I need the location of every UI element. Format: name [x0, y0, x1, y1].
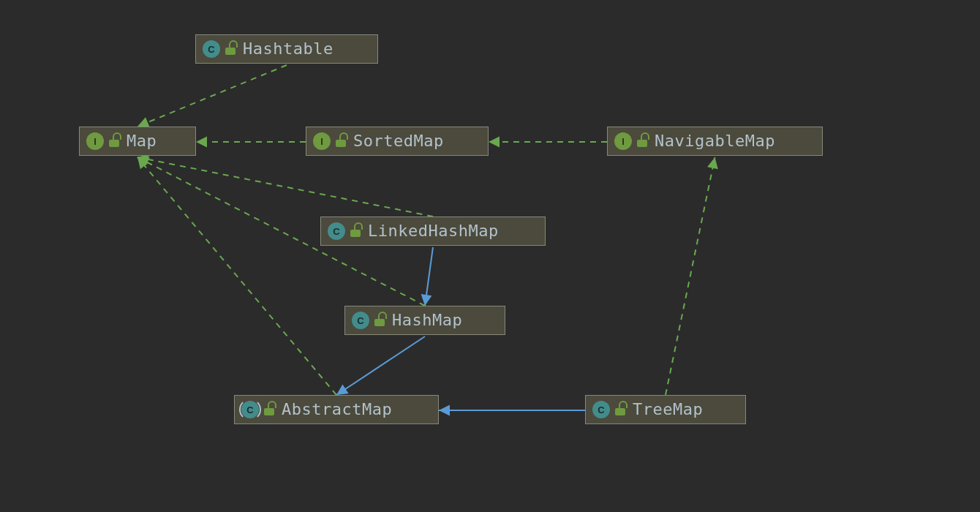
node-linkedhashmap[interactable]: CLinkedHashMap — [320, 217, 546, 246]
node-label: AbstractMap — [282, 402, 392, 418]
edge-hashtable-to-map — [137, 65, 287, 127]
node-label: LinkedHashMap — [368, 223, 499, 239]
unlocked-icon — [109, 135, 119, 147]
class-icon: C — [592, 401, 610, 418]
node-label: HashMap — [392, 312, 462, 328]
abstract-ring-icon — [239, 399, 261, 421]
unlocked-icon — [264, 404, 274, 415]
class-icon: C — [203, 40, 220, 58]
class-icon: C — [352, 312, 369, 329]
interface-icon: I — [313, 132, 331, 150]
edges-layer — [0, 0, 980, 512]
node-label: Hashtable — [243, 41, 333, 57]
node-navigablemap[interactable]: INavigableMap — [607, 127, 823, 156]
node-sortedmap[interactable]: ISortedMap — [306, 127, 489, 156]
node-hashtable[interactable]: CHashtable — [195, 34, 378, 64]
node-label: NavigableMap — [655, 133, 775, 149]
unlocked-icon — [225, 43, 235, 55]
unlocked-icon — [637, 135, 647, 147]
node-label: SortedMap — [353, 133, 444, 149]
edge-hashmap-to-abstractmap — [336, 336, 425, 395]
edge-linkedhashmap-to-hashmap — [425, 247, 433, 306]
unlocked-icon — [615, 404, 625, 415]
unlocked-icon — [350, 225, 361, 237]
edge-abstractmap-to-map — [137, 157, 336, 395]
edge-linkedhashmap-to-map — [137, 157, 433, 217]
unlocked-icon — [374, 315, 385, 326]
node-hashmap[interactable]: CHashMap — [344, 306, 505, 335]
node-map[interactable]: IMap — [79, 127, 196, 156]
node-label: Map — [127, 133, 157, 149]
node-label: TreeMap — [633, 402, 703, 418]
node-treemap[interactable]: CTreeMap — [585, 395, 746, 424]
interface-icon: I — [614, 132, 632, 150]
interface-icon: I — [86, 132, 104, 150]
unlocked-icon — [336, 135, 346, 147]
class-icon: C — [328, 222, 345, 240]
node-abstractmap[interactable]: CAbstractMap — [234, 395, 439, 424]
edge-treemap-to-navigablemap — [666, 157, 715, 395]
